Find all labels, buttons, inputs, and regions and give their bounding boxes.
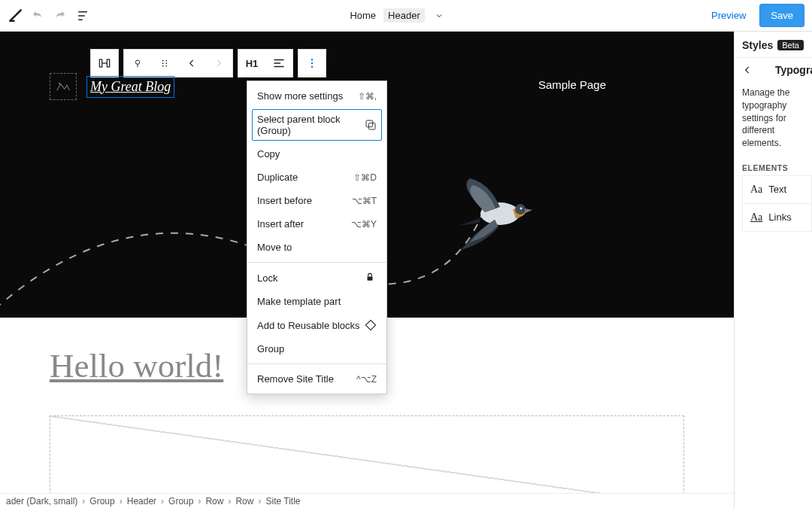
menu-select-parent[interactable]: Select parent block (Group) bbox=[252, 109, 382, 141]
svg-rect-0 bbox=[99, 59, 102, 67]
svg-point-14 bbox=[515, 204, 526, 214]
back-icon[interactable] bbox=[742, 65, 753, 75]
svg-point-9 bbox=[311, 59, 313, 60]
menu-lock[interactable]: Lock bbox=[247, 266, 386, 290]
preview-button[interactable]: Preview bbox=[704, 5, 753, 26]
breadcrumb-item[interactable]: Group bbox=[85, 496, 119, 506]
menu-copy[interactable]: Copy bbox=[247, 142, 386, 166]
svg-point-3 bbox=[162, 60, 164, 62]
sidebar-description: Manage the typography settings for diffe… bbox=[735, 82, 812, 157]
breadcrumb-item[interactable]: Site Title bbox=[261, 496, 304, 506]
site-title-block[interactable]: My Great Blog bbox=[89, 78, 172, 96]
breadcrumb-item[interactable]: Group bbox=[164, 496, 198, 506]
wp-logo-icon[interactable] bbox=[8, 8, 24, 24]
elements-label: Elements bbox=[735, 157, 812, 175]
move-left-icon[interactable] bbox=[178, 50, 205, 77]
list-view-button[interactable] bbox=[74, 7, 92, 25]
typography-link-icon: Aa bbox=[750, 211, 762, 224]
sidebar-nav-row: Typography bbox=[735, 57, 812, 82]
sidebar-section-title: Typography bbox=[775, 64, 812, 76]
bird-illustration bbox=[444, 167, 549, 257]
menu-make-template-part[interactable]: Make template part bbox=[247, 290, 386, 313]
svg-rect-18 bbox=[368, 276, 373, 280]
svg-point-2 bbox=[135, 60, 139, 64]
crumb-current: Header bbox=[383, 8, 425, 23]
top-toolbar: Home Header Preview Save bbox=[0, 0, 812, 32]
menu-duplicate[interactable]: Duplicate ⇧⌘D bbox=[247, 166, 386, 189]
svg-point-4 bbox=[165, 60, 167, 62]
featured-image-placeholder[interactable] bbox=[50, 415, 684, 493]
post-title[interactable]: Hello world! bbox=[50, 346, 734, 385]
menu-insert-before[interactable]: Insert before ⌥⌘T bbox=[247, 189, 386, 212]
reusable-icon bbox=[365, 319, 377, 331]
more-options-button[interactable] bbox=[298, 50, 326, 77]
editor-canvas: H1 My Great Blog Sample Page bbox=[0, 32, 734, 493]
svg-point-8 bbox=[165, 65, 167, 67]
svg-point-6 bbox=[165, 62, 167, 64]
site-corner: My Great Blog bbox=[50, 73, 172, 100]
toolbar-left-group bbox=[8, 7, 92, 25]
toolbar-right-group: Preview Save bbox=[704, 4, 804, 27]
align-button[interactable] bbox=[265, 50, 292, 77]
menu-remove[interactable]: Remove Site Title ^⌥Z bbox=[247, 367, 386, 391]
element-text[interactable]: Aa Text bbox=[743, 176, 811, 203]
breadcrumb-item[interactable]: Header bbox=[123, 496, 161, 506]
undo-button[interactable] bbox=[29, 7, 47, 25]
block-breadcrumb: ader (Dark, small)› Group› Header› Group… bbox=[0, 493, 734, 508]
svg-point-12 bbox=[59, 83, 60, 84]
group-icon bbox=[365, 119, 377, 131]
svg-point-10 bbox=[311, 62, 313, 64]
sidebar-title: Styles bbox=[742, 39, 773, 51]
svg-point-11 bbox=[311, 65, 313, 67]
block-options-menu: Show more settings ⇧⌘, Select parent blo… bbox=[247, 81, 387, 394]
typography-icon: Aa bbox=[750, 184, 762, 196]
breadcrumb-item[interactable]: Row bbox=[231, 496, 258, 506]
chevron-down-icon[interactable] bbox=[432, 9, 446, 23]
breadcrumb-item[interactable]: ader (Dark, small) bbox=[2, 496, 82, 506]
svg-rect-1 bbox=[107, 59, 109, 67]
menu-add-reusable[interactable]: Add to Reusable blocks bbox=[247, 313, 386, 337]
elements-list: Aa Text Aa Links bbox=[742, 175, 812, 232]
beta-badge: Beta bbox=[777, 40, 804, 50]
menu-show-more-settings[interactable]: Show more settings ⇧⌘, bbox=[247, 84, 386, 108]
redo-button[interactable] bbox=[51, 7, 69, 25]
document-crumb[interactable]: Home Header bbox=[92, 8, 704, 23]
svg-point-7 bbox=[162, 65, 164, 67]
sidebar-header: Styles Beta bbox=[735, 32, 812, 57]
svg-point-15 bbox=[520, 208, 523, 210]
menu-move-to[interactable]: Move to bbox=[247, 236, 386, 259]
nav-link[interactable]: Sample Page bbox=[538, 78, 606, 91]
svg-point-5 bbox=[162, 62, 164, 64]
svg-rect-17 bbox=[368, 123, 375, 129]
crumb-home: Home bbox=[350, 10, 376, 21]
menu-insert-after[interactable]: Insert after ⌥⌘Y bbox=[247, 212, 386, 236]
save-button[interactable]: Save bbox=[759, 4, 804, 27]
lock-icon bbox=[365, 272, 377, 284]
menu-group[interactable]: Group bbox=[247, 337, 386, 360]
heading-level-button[interactable]: H1 bbox=[238, 50, 265, 77]
breadcrumb-item[interactable]: Row bbox=[201, 496, 228, 506]
move-right-icon[interactable] bbox=[205, 50, 232, 77]
element-links[interactable]: Aa Links bbox=[743, 203, 811, 231]
styles-sidebar: Styles Beta Typography Manage the typogr… bbox=[734, 32, 812, 508]
svg-rect-19 bbox=[365, 320, 375, 330]
site-logo-placeholder[interactable] bbox=[50, 73, 77, 100]
svg-rect-16 bbox=[366, 120, 373, 127]
